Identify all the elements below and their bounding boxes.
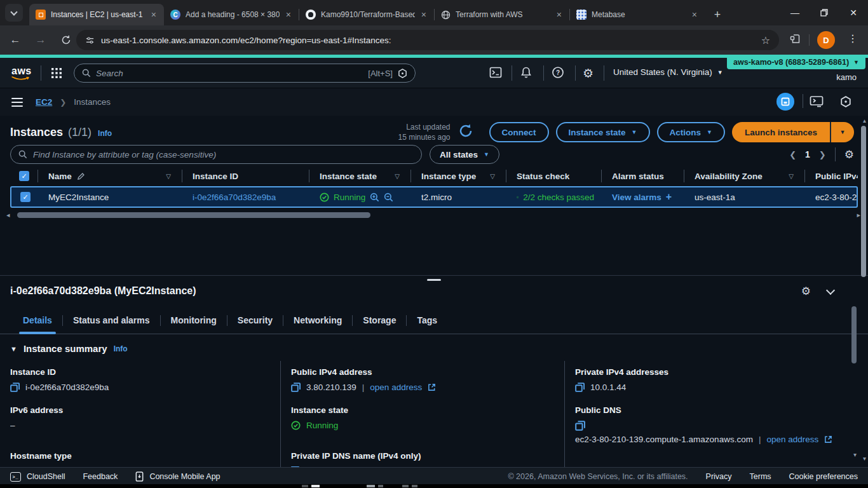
search-input[interactable] bbox=[96, 69, 363, 78]
filter-triangle-icon[interactable]: ▽ bbox=[166, 173, 172, 180]
column-header-status-check[interactable]: Status check bbox=[506, 166, 602, 186]
scroll-left-icon[interactable]: ◂ bbox=[6, 211, 10, 219]
column-header-availability-zone[interactable]: Availability Zone▽ bbox=[684, 166, 805, 186]
browser-menu-icon[interactable]: ⋮ bbox=[848, 32, 858, 44]
profile-avatar[interactable]: D bbox=[817, 31, 835, 49]
region-selector[interactable]: United States (N. Virginia) ▼ bbox=[613, 67, 723, 77]
public-dns-value[interactable]: ec2-3-80-210-139.compute-1.amazonaws.com bbox=[575, 435, 753, 444]
copy-icon[interactable] bbox=[10, 383, 20, 392]
launch-instances-split-caret[interactable]: ▼ bbox=[830, 122, 854, 142]
panel-drag-handle[interactable] bbox=[427, 279, 441, 281]
scroll-up-icon[interactable]: ▴ bbox=[863, 117, 866, 124]
tab-search-button[interactable] bbox=[5, 4, 23, 22]
services-grid-icon[interactable] bbox=[51, 67, 62, 81]
copy-icon[interactable] bbox=[291, 383, 301, 392]
horizontal-scrollbar-thumb[interactable] bbox=[17, 212, 370, 218]
scroll-down-icon[interactable]: ▾ bbox=[863, 455, 866, 462]
column-header-name[interactable]: Name ▽ bbox=[38, 166, 182, 186]
url-text[interactable]: us-east-1.console.aws.amazon.com/ec2/hom… bbox=[101, 36, 755, 45]
settings-gear-icon[interactable]: ⚙ bbox=[583, 66, 593, 81]
info-link[interactable]: Info bbox=[114, 344, 128, 353]
back-button[interactable]: ← bbox=[5, 30, 25, 50]
browser-tab-terraform[interactable]: Terraform with AWS × bbox=[435, 4, 569, 25]
copy-icon[interactable] bbox=[575, 421, 585, 431]
new-tab-button[interactable]: + bbox=[709, 6, 726, 24]
footer-feedback[interactable]: Feedback bbox=[83, 472, 118, 481]
tab-details[interactable]: Details bbox=[13, 315, 62, 334]
reload-button[interactable] bbox=[56, 30, 76, 50]
panel-collapse-chevron-icon[interactable] bbox=[826, 286, 835, 295]
page-scrollbar-thumb[interactable] bbox=[861, 126, 866, 277]
filter-triangle-icon[interactable]: ▽ bbox=[395, 173, 401, 180]
instance-id-value[interactable]: i-0e2f66a70d382e9ba bbox=[25, 383, 109, 392]
column-header-instance-state[interactable]: Instance state▽ bbox=[309, 166, 411, 186]
launch-instances-button[interactable]: Launch instances ▼ bbox=[732, 122, 854, 142]
restore-button[interactable] bbox=[810, 0, 839, 25]
help-icon[interactable]: ? bbox=[552, 66, 564, 81]
cloudshell-icon[interactable] bbox=[489, 66, 502, 81]
bookmark-star-icon[interactable]: ☆ bbox=[761, 34, 770, 46]
table-settings-gear-icon[interactable]: ⚙ bbox=[844, 148, 854, 161]
aws-logo[interactable]: aws bbox=[11, 65, 32, 81]
zoom-in-icon[interactable] bbox=[370, 193, 379, 202]
column-header-instance-type[interactable]: Instance type▽ bbox=[411, 166, 506, 186]
close-tab-icon[interactable]: × bbox=[285, 10, 292, 20]
section-expand-triangle-icon[interactable]: ▼ bbox=[10, 345, 17, 353]
next-page-icon[interactable]: ❯ bbox=[819, 150, 826, 159]
instance-filter-box[interactable] bbox=[10, 145, 422, 164]
console-search-bar[interactable]: [Alt+S] bbox=[74, 64, 416, 83]
footer-mobile-app[interactable]: Console Mobile App bbox=[135, 471, 220, 482]
public-ipv4-value[interactable]: 3.80.210.139 bbox=[306, 383, 356, 392]
tab-tags[interactable]: Tags bbox=[407, 315, 447, 334]
close-tab-icon[interactable]: × bbox=[555, 10, 563, 20]
row-checkbox[interactable]: ✓ bbox=[11, 192, 39, 202]
prev-page-icon[interactable]: ❮ bbox=[789, 150, 796, 159]
footer-cloudshell[interactable]: >_ CloudShell bbox=[10, 472, 65, 482]
column-header-public-ipv4[interactable]: Public IPv4 bbox=[805, 166, 858, 186]
cloudshell-panel-icon[interactable] bbox=[810, 95, 824, 111]
split-panel-toggle[interactable] bbox=[776, 93, 794, 111]
close-tab-icon[interactable]: × bbox=[691, 10, 698, 20]
browser-tab-metabase[interactable]: Metabase × bbox=[570, 4, 705, 25]
omnibox[interactable]: us-east-1.console.aws.amazon.com/ec2/hom… bbox=[76, 30, 779, 50]
browser-tab-ec2[interactable]: Instances | EC2 | us-east-1 × bbox=[29, 4, 164, 25]
column-header-instance-id[interactable]: Instance ID bbox=[182, 166, 309, 186]
connect-button[interactable]: Connect bbox=[489, 122, 549, 142]
tab-monitoring[interactable]: Monitoring bbox=[161, 315, 227, 334]
cell-instance-id-link[interactable]: i-0e2f66a70d382e9ba bbox=[184, 193, 311, 202]
refresh-button[interactable] bbox=[458, 123, 473, 141]
edit-pencil-icon[interactable] bbox=[77, 172, 85, 180]
site-info-icon[interactable] bbox=[85, 36, 95, 45]
horizontal-scrollbar[interactable]: ◂ ▸ bbox=[10, 212, 858, 219]
amazon-q-panel-icon[interactable] bbox=[840, 96, 851, 110]
filter-triangle-icon[interactable]: ▽ bbox=[789, 173, 795, 180]
close-tab-icon[interactable]: × bbox=[420, 10, 428, 20]
private-ipv4-value[interactable]: 10.0.1.44 bbox=[590, 383, 626, 392]
state-filter-dropdown[interactable]: All states ▼ bbox=[430, 145, 499, 164]
info-link[interactable]: Info bbox=[98, 129, 112, 138]
add-alarm-plus-icon[interactable]: + bbox=[666, 191, 672, 203]
panel-settings-gear-icon[interactable]: ⚙ bbox=[801, 285, 811, 298]
scroll-right-icon[interactable]: ▸ bbox=[857, 211, 860, 219]
instance-state-button[interactable]: Instance state▼ bbox=[556, 122, 650, 142]
launch-instances-label[interactable]: Launch instances bbox=[732, 128, 830, 137]
forward-button[interactable]: → bbox=[31, 30, 51, 50]
zoom-out-icon[interactable] bbox=[384, 193, 393, 202]
table-row[interactable]: ✓ MyEC2Instance i-0e2f66a70d382e9ba Runn… bbox=[10, 186, 858, 208]
close-tab-icon[interactable]: × bbox=[150, 10, 158, 20]
browser-tab-canva[interactable]: C Add a heading - 6508 × 380 × bbox=[164, 4, 299, 25]
hamburger-menu-icon[interactable] bbox=[11, 98, 23, 107]
instance-summary-header[interactable]: ▼ Instance summary Info bbox=[10, 343, 128, 354]
extensions-icon[interactable] bbox=[789, 33, 801, 47]
account-badge[interactable]: aws-kamo-v8 (6883-5289-6861) ▼ bbox=[727, 55, 865, 69]
close-window-button[interactable]: ✕ bbox=[839, 0, 868, 25]
copy-icon[interactable] bbox=[575, 383, 585, 392]
minimize-button[interactable]: — bbox=[780, 0, 810, 25]
open-address-link[interactable]: open address bbox=[370, 383, 422, 392]
browser-tab-github[interactable]: Kamo9910/Terraform-Based × bbox=[299, 4, 434, 25]
tab-storage[interactable]: Storage bbox=[353, 315, 406, 334]
terms-link[interactable]: Terms bbox=[750, 472, 771, 481]
tab-security[interactable]: Security bbox=[227, 315, 283, 334]
tab-status-and-alarms[interactable]: Status and alarms bbox=[63, 315, 160, 334]
tab-networking[interactable]: Networking bbox=[283, 315, 352, 334]
